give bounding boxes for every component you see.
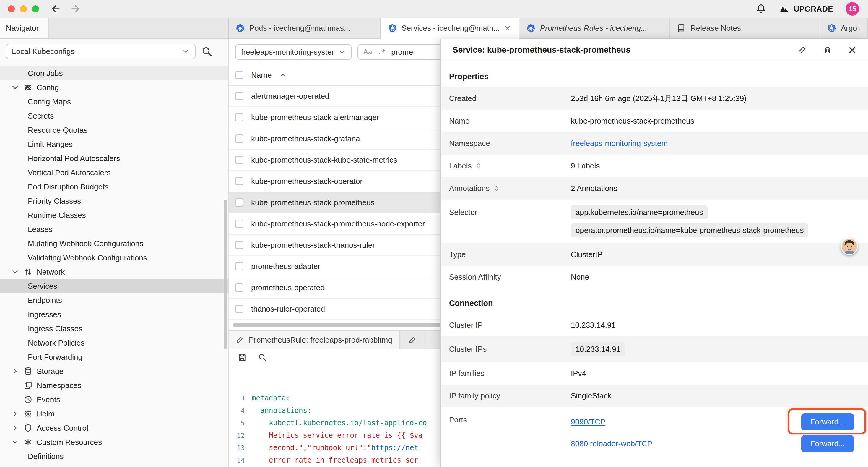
expand-toggle-icon[interactable] bbox=[493, 185, 500, 192]
editor-tab-partial[interactable] bbox=[400, 331, 426, 349]
close-icon[interactable]: × bbox=[848, 43, 856, 57]
sidebar-item-storage[interactable]: Storage bbox=[0, 364, 228, 378]
sidebar-item-custom-resources[interactable]: Custom Resources bbox=[0, 435, 228, 449]
row-checkbox[interactable] bbox=[235, 241, 243, 249]
row-checkbox[interactable] bbox=[235, 305, 243, 313]
row-checkbox[interactable] bbox=[235, 198, 243, 207]
row-checkbox[interactable] bbox=[235, 220, 243, 228]
sidebar-item-definitions[interactable]: Definitions bbox=[0, 449, 228, 463]
sidebar-item-access-control[interactable]: Access Control bbox=[0, 421, 228, 435]
upgrade-icon bbox=[779, 4, 789, 14]
tab-services-icecheng-math[interactable]: Services - icecheng@math...× bbox=[381, 18, 519, 38]
port-link[interactable]: 9090/TCP bbox=[571, 417, 606, 427]
regex-toggle[interactable]: .* bbox=[377, 48, 386, 56]
notification-count-badge[interactable]: 15 bbox=[845, 2, 859, 16]
notifications-bell-icon[interactable] bbox=[756, 4, 766, 14]
detail-row-cluster-ips: Cluster IPs10.233.14.91 bbox=[441, 337, 868, 362]
sidebar-item-horizontal-pod-autoscalers[interactable]: Horizontal Pod Autoscalers bbox=[0, 151, 228, 166]
upgrade-button[interactable]: UPGRADE bbox=[779, 4, 833, 14]
sidebar-item-config-maps[interactable]: Config Maps bbox=[0, 95, 228, 109]
minimize-window-button[interactable] bbox=[20, 5, 27, 12]
editor-search-icon[interactable] bbox=[258, 353, 267, 362]
navigator-tab[interactable]: Navigator bbox=[0, 18, 49, 38]
chevron-down-icon[interactable] bbox=[11, 83, 20, 92]
sidebar-item-label: Access Control bbox=[37, 424, 88, 433]
sidebar-item-namespaces[interactable]: Namespaces bbox=[0, 378, 228, 392]
chevron-down-icon[interactable] bbox=[11, 438, 20, 447]
sidebar-item-helm[interactable]: Helm bbox=[0, 407, 228, 421]
zoom-window-button[interactable] bbox=[32, 5, 39, 12]
sidebar-item-pod-disruption-budgets[interactable]: Pod Disruption Budgets bbox=[0, 180, 228, 194]
sidebar-item-ingresses[interactable]: Ingresses bbox=[0, 308, 228, 322]
sidebar-item-cron-jobs[interactable]: Cron Jobs bbox=[0, 66, 228, 80]
expand-toggle-icon[interactable] bbox=[475, 163, 482, 169]
sidebar-item-label: Ingress Classes bbox=[28, 324, 83, 333]
row-checkbox[interactable] bbox=[235, 262, 243, 270]
port-row: 9090/TCPForward... bbox=[571, 413, 860, 431]
edit-icon[interactable] bbox=[797, 45, 807, 55]
sidebar-scrollbar[interactable] bbox=[224, 200, 227, 349]
delete-icon[interactable] bbox=[823, 45, 832, 55]
chevron-spacer bbox=[11, 395, 20, 404]
sidebar-item-port-forwarding[interactable]: Port Forwarding bbox=[0, 350, 228, 364]
sidebar-item-runtime-classes[interactable]: Runtime Classes bbox=[0, 208, 228, 222]
sidebar-item-services[interactable]: Services bbox=[0, 279, 228, 293]
namespace-select[interactable]: freeleaps-monitoring-system bbox=[235, 44, 351, 60]
tab-pods-icecheng-mathmas[interactable]: Pods - icecheng@mathmas... bbox=[229, 18, 381, 38]
forward-button[interactable]: Forward... bbox=[801, 413, 854, 430]
sidebar-item-resource-quotas[interactable]: Resource Quotas bbox=[0, 123, 228, 137]
close-window-button[interactable] bbox=[8, 5, 15, 12]
save-icon[interactable] bbox=[238, 353, 247, 362]
sidebar-item-validating-webhook-configurations[interactable]: Validating Webhook Configurations bbox=[0, 251, 228, 265]
close-tab-icon[interactable]: × bbox=[503, 23, 512, 33]
line-number: 5 bbox=[229, 419, 252, 427]
row-checkbox[interactable] bbox=[235, 156, 243, 164]
sidebar-item-limit-ranges[interactable]: Limit Ranges bbox=[0, 137, 228, 151]
port-link[interactable]: 8080:reloader-web/TCP bbox=[571, 439, 652, 448]
sidebar-item-events[interactable]: Events bbox=[0, 392, 228, 407]
chevron-right-icon[interactable] bbox=[11, 424, 20, 432]
chevron-right-icon[interactable] bbox=[11, 367, 20, 376]
name-column-header[interactable]: Name bbox=[251, 71, 272, 80]
forward-icon[interactable] bbox=[70, 4, 80, 14]
row-checkbox[interactable] bbox=[235, 92, 243, 100]
sidebar-item-label: Custom Resources bbox=[37, 438, 102, 447]
chevron-right-icon[interactable] bbox=[11, 409, 20, 418]
forward-button[interactable]: Forward... bbox=[801, 435, 854, 452]
kubernetes-icon bbox=[236, 24, 245, 32]
tab-argo-s[interactable]: Argo S... bbox=[820, 18, 868, 38]
user-avatar[interactable] bbox=[841, 238, 858, 255]
sidebar-item-secrets[interactable]: Secrets bbox=[0, 109, 228, 123]
sidebar-item-network-policies[interactable]: Network Policies bbox=[0, 336, 228, 350]
row-checkbox[interactable] bbox=[235, 284, 243, 292]
namespace-link[interactable]: freeleaps-monitoring-system bbox=[571, 139, 668, 148]
detail-row-cluster-ip: Cluster IP10.233.14.91 bbox=[441, 314, 868, 337]
sidebar-item-network[interactable]: Network bbox=[0, 265, 228, 279]
sidebar-item-vertical-pod-autoscalers[interactable]: Vertical Pod Autoscalers bbox=[0, 166, 228, 180]
database-icon bbox=[24, 367, 32, 376]
sidebar-item-leases[interactable]: Leases bbox=[0, 222, 228, 236]
sidebar-search-icon[interactable] bbox=[201, 46, 213, 57]
sidebar-item-mutating-webhook-configurations[interactable]: Mutating Webhook Configurations bbox=[0, 236, 228, 251]
kubernetes-icon bbox=[526, 24, 535, 32]
match-case-toggle[interactable]: Aa bbox=[363, 48, 372, 56]
kubeconfig-select[interactable]: Local Kubeconfigs bbox=[6, 44, 195, 59]
editor-tab-prometheusrule[interactable]: PrometheusRule: freeleaps-prod-rabbitmq bbox=[229, 331, 400, 349]
select-all-checkbox[interactable] bbox=[235, 71, 243, 79]
sidebar-item-label: Limit Ranges bbox=[28, 140, 73, 149]
sidebar-item-ingress-classes[interactable]: Ingress Classes bbox=[0, 322, 228, 336]
detail-value: 9 Labels bbox=[571, 162, 860, 171]
chevron-down-icon[interactable] bbox=[11, 267, 20, 276]
detail-value: SingleStack bbox=[571, 391, 860, 401]
back-icon[interactable] bbox=[51, 4, 61, 14]
service-name: alertmanager-operated bbox=[251, 92, 330, 101]
tab-prometheus-rules-icecheng[interactable]: Prometheus Rules - icecheng... bbox=[519, 18, 670, 38]
sidebar-item-config[interactable]: Config bbox=[0, 80, 228, 95]
tab-release-notes[interactable]: Release Notes bbox=[670, 18, 820, 38]
sidebar-item-priority-classes[interactable]: Priority Classes bbox=[0, 194, 228, 208]
row-checkbox[interactable] bbox=[235, 113, 243, 121]
sort-ascending-icon[interactable] bbox=[279, 71, 286, 79]
sidebar-item-endpoints[interactable]: Endpoints bbox=[0, 293, 228, 308]
row-checkbox[interactable] bbox=[235, 177, 243, 185]
row-checkbox[interactable] bbox=[235, 135, 243, 143]
